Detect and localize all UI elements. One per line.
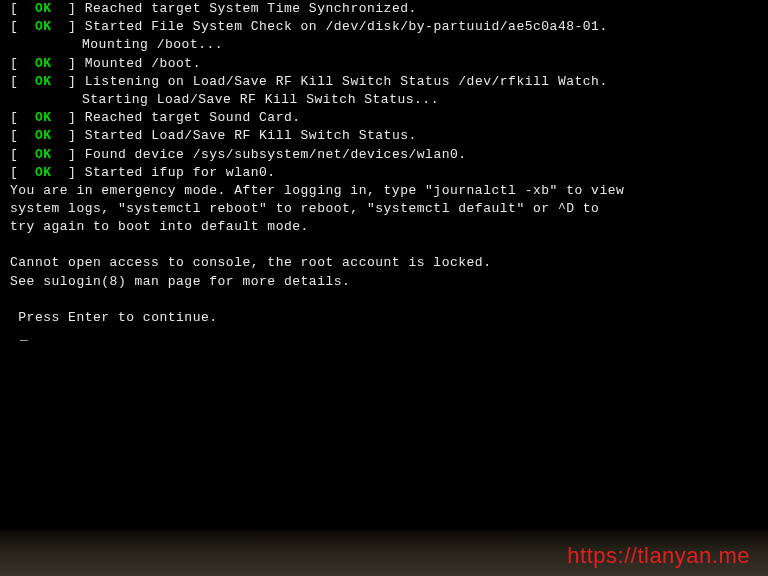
boot-status-line: [ OK ] Found device /sys/subsystem/net/d… <box>10 146 758 164</box>
bracket-open: [ <box>10 19 35 34</box>
bracket-open: [ <box>10 110 35 125</box>
boot-message: Listening on Load/Save RF Kill Switch St… <box>85 74 608 89</box>
bracket-close: ] <box>52 19 85 34</box>
bracket-close: ] <box>52 165 85 180</box>
cursor: _ <box>10 327 758 345</box>
bracket-open: [ <box>10 165 35 180</box>
blank-line <box>10 291 758 309</box>
bracket-open: [ <box>10 128 35 143</box>
bracket-close: ] <box>52 1 85 16</box>
boot-status-line: [ OK ] Listening on Load/Save RF Kill Sw… <box>10 73 758 91</box>
boot-message: Found device /sys/subsystem/net/devices/… <box>85 147 467 162</box>
ok-status: OK <box>35 19 52 34</box>
press-enter-prompt[interactable]: Press Enter to continue. <box>10 309 758 327</box>
boot-status-line: [ OK ] Started File System Check on /dev… <box>10 18 758 36</box>
boot-message: Mounted /boot. <box>85 56 201 71</box>
bracket-open: [ <box>10 56 35 71</box>
boot-message: Reached target Sound Card. <box>85 110 301 125</box>
ok-status: OK <box>35 147 52 162</box>
bracket-close: ] <box>52 74 85 89</box>
bracket-close: ] <box>52 147 85 162</box>
boot-output: [ OK ] Reached target System Time Synchr… <box>10 0 758 182</box>
bracket-open: [ <box>10 1 35 16</box>
ok-status: OK <box>35 110 52 125</box>
ok-status: OK <box>35 165 52 180</box>
boot-action-line: Mounting /boot... <box>10 36 758 54</box>
boot-status-line: [ OK ] Reached target System Time Synchr… <box>10 0 758 18</box>
boot-message: Reached target System Time Synchronized. <box>85 1 417 16</box>
bracket-close: ] <box>52 128 85 143</box>
ok-status: OK <box>35 74 52 89</box>
bracket-close: ] <box>52 56 85 71</box>
boot-status-line: [ OK ] Reached target Sound Card. <box>10 109 758 127</box>
watermark-url: https://tlanyan.me <box>567 541 750 572</box>
emergency-mode-message: You are in emergency mode. After logging… <box>10 182 758 237</box>
bracket-close: ] <box>52 110 85 125</box>
boot-status-line: [ OK ] Started Load/Save RF Kill Switch … <box>10 127 758 145</box>
bracket-open: [ <box>10 147 35 162</box>
ok-status: OK <box>35 56 52 71</box>
ok-status: OK <box>35 1 52 16</box>
boot-message: Started ifup for wlan0. <box>85 165 276 180</box>
boot-message: Started File System Check on /dev/disk/b… <box>85 19 608 34</box>
blank-line <box>10 236 758 254</box>
boot-message: Started Load/Save RF Kill Switch Status. <box>85 128 417 143</box>
boot-status-line: [ OK ] Mounted /boot. <box>10 55 758 73</box>
boot-status-line: [ OK ] Started ifup for wlan0. <box>10 164 758 182</box>
bracket-open: [ <box>10 74 35 89</box>
boot-action-line: Starting Load/Save RF Kill Switch Status… <box>10 91 758 109</box>
ok-status: OK <box>35 128 52 143</box>
terminal-screen: [ OK ] Reached target System Time Synchr… <box>0 0 768 530</box>
console-lock-error: Cannot open access to console, the root … <box>10 254 758 290</box>
